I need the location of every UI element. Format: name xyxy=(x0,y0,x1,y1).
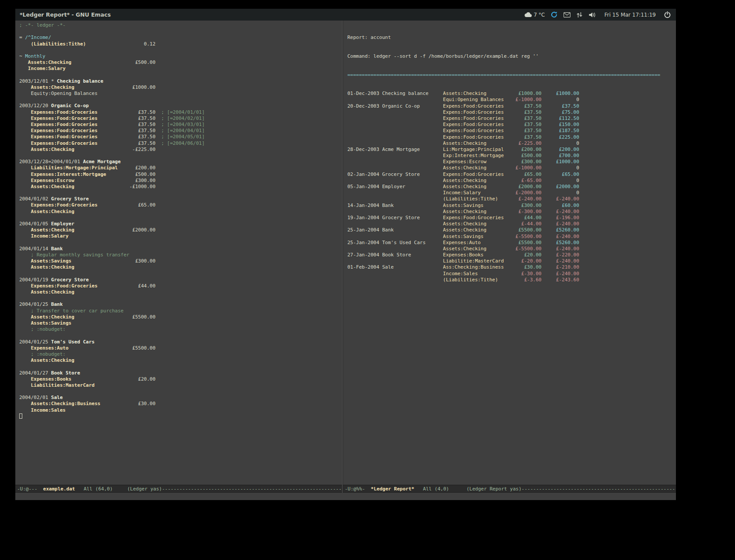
mail-icon[interactable] xyxy=(564,12,570,18)
posting-account: Assets:Savings xyxy=(443,203,507,209)
posting-amount: £1000.00 xyxy=(507,91,541,97)
posting-account: (Liabilities:Tithe) xyxy=(443,277,507,283)
register-row[interactable]: Assets:Savings£-5500.00£-240.00 xyxy=(347,234,676,240)
volume-icon[interactable] xyxy=(588,12,596,18)
modeline-segment: ----------------------------------------… xyxy=(162,486,342,492)
text-segment: Employer xyxy=(51,221,74,227)
text-segment: 2004/01/02 xyxy=(19,196,51,202)
posting-account: Expenses:Escrow xyxy=(443,159,507,165)
register-row[interactable]: 20-Dec-2003Organic Co-opExpens:Food:Groc… xyxy=(347,103,676,109)
source-line: 2004/01/27 Book Store xyxy=(19,370,342,376)
source-line xyxy=(19,72,342,78)
refresh-icon[interactable] xyxy=(550,11,558,18)
register-row[interactable]: Equi:Opening Balances£-1000.000 xyxy=(347,97,676,103)
text-segment: £300.00 xyxy=(74,178,155,183)
running-total: £1000.00 xyxy=(542,159,579,165)
register-row[interactable]: 25-Jan-2004BankAssets:Checking£5500.00£5… xyxy=(347,227,676,233)
register-row[interactable]: Expenses:Escrow£300.00£1000.00 xyxy=(347,159,676,165)
entry-payee: Checking balance xyxy=(382,91,443,97)
text-segment: Expenses:Auto xyxy=(19,345,69,351)
entry-payee xyxy=(382,221,443,227)
source-line: Liabilities:MasterCard xyxy=(19,382,342,388)
register-row[interactable]: Exp:Interest:Mortgage£500.00£700.00 xyxy=(347,153,676,159)
text-segment: £500.00 xyxy=(106,172,156,177)
text-segment: ; Transfer to cover car purchase xyxy=(19,308,123,314)
register-row[interactable]: Expens:Food:Groceries£37.50£112.50 xyxy=(347,116,676,122)
entry-date: 27-Jan-2004 xyxy=(347,252,382,258)
text-segment: -£1000.00 xyxy=(74,184,155,189)
entry-date: 25-Jan-2004 xyxy=(347,227,382,233)
entry-payee xyxy=(382,97,443,103)
register-row[interactable]: Income:Sales£-30.00£-240.00 xyxy=(347,271,676,277)
source-line: Expenses:Escrow £300.00 xyxy=(19,178,342,184)
register-row[interactable]: Assets:Checking£-65.000 xyxy=(347,178,676,184)
posting-account: Expens:Food:Groceries xyxy=(443,134,507,140)
register-row[interactable]: Income:Salary£-2000.000 xyxy=(347,190,676,196)
report-buffer[interactable]: Report: account Command: ledger --sort d… xyxy=(343,21,676,485)
register-row[interactable]: 14-Jan-2004BankAssets:Savings£300.00£60.… xyxy=(347,203,676,209)
entry-payee: Sale xyxy=(382,264,443,270)
source-line: ; -*- ledger -*- xyxy=(19,22,342,28)
source-line: Income:Sales xyxy=(19,407,342,413)
running-total: £112.50 xyxy=(542,116,579,122)
power-icon[interactable] xyxy=(664,11,671,18)
entry-payee xyxy=(382,178,443,184)
entry-payee xyxy=(382,134,443,140)
register-row[interactable]: Assets:Checking£-225.000 xyxy=(347,140,676,147)
register-row[interactable]: 25-Jan-2004Tom's Used CarsExpenses:Auto£… xyxy=(347,240,676,246)
text-segment: Checking balance xyxy=(57,78,103,84)
register-row[interactable]: Assets:Checking£-5500.00£-240.00 xyxy=(347,246,676,252)
register-row[interactable]: Assets:Checking£-1000.000 xyxy=(347,165,676,171)
source-line: Expenses:Food:Groceries £37.50 ; [=2004/… xyxy=(19,109,342,116)
register-row[interactable]: 01-Dec-2003Checking balanceAssets:Checki… xyxy=(347,91,676,97)
register-row[interactable]: Assets:Checking£-300.00£-240.00 xyxy=(347,209,676,215)
modeline-segment: *Ledger Report* xyxy=(371,486,414,492)
text-segment: £200.00 xyxy=(118,165,155,171)
text-segment: ~ xyxy=(19,53,25,59)
text-segment: £500.00 xyxy=(71,60,155,65)
entry-payee xyxy=(382,109,443,116)
register-row[interactable]: 19-Jan-2004Grocery StoreExpens:Food:Groc… xyxy=(347,215,676,221)
source-line: Assets:Checking £2000.00 xyxy=(19,227,342,233)
register-row[interactable]: Expens:Food:Groceries£37.50£150.00 xyxy=(347,122,676,128)
text-segment: Income:Salary xyxy=(19,66,66,71)
running-total: £-196.00 xyxy=(542,215,579,221)
register-row[interactable]: Expens:Food:Groceries£37.50£225.00 xyxy=(347,134,676,140)
running-total: £700.00 xyxy=(542,153,579,159)
entry-date xyxy=(347,128,382,134)
register-row[interactable]: 28-Dec-2003Acme MortgageLi:Mortgage:Prin… xyxy=(347,147,676,153)
modeline-segment xyxy=(75,486,84,492)
entry-date xyxy=(347,159,382,165)
register-row[interactable]: 02-Jan-2004Grocery StoreExpens:Food:Groc… xyxy=(347,172,676,178)
source-line: Expenses:Food:Groceries £65.00 xyxy=(19,202,342,208)
text-segment: Acme Mortgage xyxy=(83,159,121,164)
text-segment: Expenses:Food:Groceries xyxy=(19,134,98,140)
register-row[interactable]: (Liabilities:Tithe)£-240.00£-240.00 xyxy=(347,196,676,202)
register-row[interactable]: Expens:Food:Groceries£37.50£75.00 xyxy=(347,109,676,116)
entry-date xyxy=(347,97,382,103)
posting-amount: £-3.60 xyxy=(507,277,541,283)
running-total: 0 xyxy=(542,140,579,147)
register-row[interactable]: Assets:Checking£-44.00£-240.00 xyxy=(347,221,676,227)
text-segment: 2004/01/25 xyxy=(19,301,51,307)
register-row[interactable]: Liabilitie:MasterCard£-20.00£-240.00 xyxy=(347,258,676,264)
source-line: Assets:Checking:Business £30.00 xyxy=(19,401,342,407)
register-row[interactable]: (Liabilities:Tithe)£-3.60£-243.60 xyxy=(347,277,676,283)
posting-amount: £300.00 xyxy=(507,159,541,165)
register-row[interactable]: 27-Jan-2004Book StoreExpenses:Books£20.0… xyxy=(347,252,676,258)
text-segment: Assets:Checking xyxy=(19,147,74,152)
text-segment: 2003/12/20 xyxy=(19,103,51,108)
text-segment: ; [=2004/06/01] xyxy=(155,140,205,146)
register-row[interactable]: 01-Feb-2004SaleAss:Checking:Business£30.… xyxy=(347,264,676,270)
register-row[interactable]: 05-Jan-2004EmployerAssets:Checking£2000.… xyxy=(347,184,676,190)
modeline-segment: -U:@--- xyxy=(17,486,43,492)
network-updown-icon[interactable] xyxy=(576,12,583,18)
source-buffer[interactable]: ; -*- ledger -*-= /^Income/ (Liabilities… xyxy=(15,21,342,485)
entry-date xyxy=(347,221,382,227)
minibuffer[interactable] xyxy=(15,493,676,500)
text-segment: Expenses:Food:Groceries xyxy=(19,122,98,127)
register-row[interactable]: Expens:Food:Groceries£37.50£187.50 xyxy=(347,128,676,134)
report-command: Command: ledger --sort d -f /home/borbus… xyxy=(347,53,676,60)
posting-account: Expens:Food:Groceries xyxy=(443,116,507,122)
weather-widget[interactable]: 7 °C xyxy=(525,12,545,18)
